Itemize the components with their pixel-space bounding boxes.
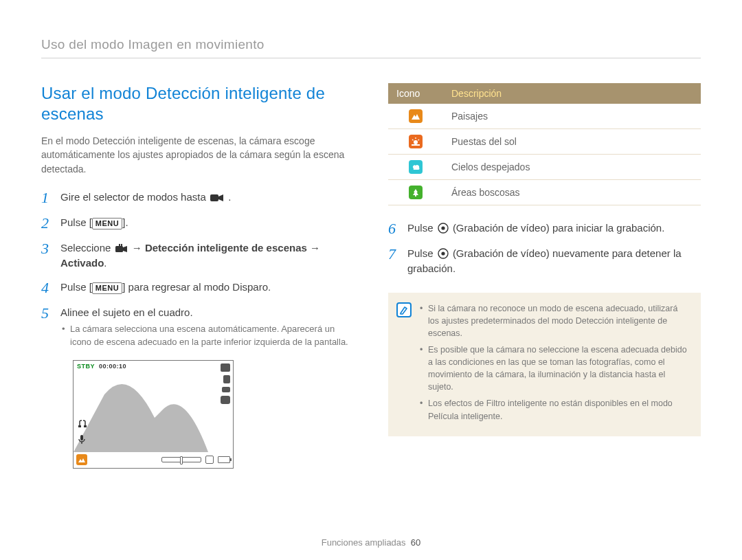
fps-icon: [223, 375, 230, 383]
table-row: Cielos despejados: [388, 155, 701, 180]
step-4-text-a: Pulse [: [60, 281, 92, 293]
mountains-graphic: [74, 370, 233, 452]
preview-status-cluster: [161, 456, 230, 464]
stabilizer-icon: [78, 418, 87, 428]
note-item: Si la cámara no reconoce un modo de esce…: [420, 302, 690, 339]
desc-cell: Puestas del sol: [443, 129, 701, 155]
desc-cell: Paisajes: [443, 104, 701, 129]
page-number: 60: [411, 537, 420, 548]
note-list: Si la cámara no reconoce un modo de esce…: [420, 302, 690, 427]
desc-cell: Cielos despejados: [443, 155, 701, 180]
svg-rect-1: [115, 246, 123, 252]
menu-key-icon: MENU: [92, 282, 122, 294]
zoom-bar: [161, 457, 201, 462]
sd-card-icon: [205, 456, 214, 464]
menu-key-icon: MENU: [92, 218, 122, 229]
video-mode-icon: [210, 193, 224, 203]
step-4: 4 Pulse [MENU] para regresar al modo Dis…: [41, 280, 354, 295]
record-button-icon: [438, 223, 449, 234]
note-box: Si la cámara no reconoce un modo de esce…: [388, 293, 701, 436]
chapter-header: Uso del modo Imagen en movimiento: [41, 37, 701, 58]
svg-point-8: [414, 140, 418, 144]
preview-topbar: STBY 00:00:10: [74, 361, 233, 370]
step-5-sub-bullets: La cámara selecciona una escena automáti…: [60, 323, 354, 349]
step-1-text-a: Gire el selector de modos hasta: [60, 191, 209, 203]
step-text: Pulse (Grabación de vídeo) nuevamente pa…: [407, 246, 701, 276]
steps-list: 1 Gire el selector de modos hasta . 2 Pu…: [41, 190, 354, 350]
step-number: 3: [41, 240, 54, 256]
preview-bottombar: [74, 452, 233, 468]
two-column-layout: Usar el modo Detección inteligente de es…: [41, 83, 701, 469]
svg-line-11: [418, 139, 420, 140]
right-column: Icono Descripción Paisajes: [388, 83, 701, 469]
step-7-text-a: Pulse: [407, 247, 436, 259]
svg-rect-2: [119, 244, 120, 246]
step-7: 7 Pulse (Grabación de vídeo) nuevamente …: [388, 246, 701, 276]
svg-rect-0: [210, 194, 218, 201]
step-7-text-b: (Grabación de vídeo) nuevamente para det…: [407, 247, 682, 274]
left-column: Usar el modo Detección inteligente de es…: [41, 83, 354, 469]
step-2-text-b: ].: [122, 216, 128, 228]
stby-indicator: STBY: [77, 363, 95, 370]
film-settings-icon: [115, 244, 128, 254]
mic-icon: [78, 435, 86, 445]
footer-section-label: Funciones ampliadas: [322, 537, 406, 548]
step-number: 2: [41, 215, 54, 231]
manual-page: Uso del modo Imagen en movimiento Usar e…: [0, 0, 742, 469]
arrow-text: →: [307, 242, 320, 254]
scene-landscape-badge: [76, 454, 87, 465]
page-footer: Funciones ampliadas 60: [0, 537, 742, 548]
scene-icon-table: Icono Descripción Paisajes: [388, 83, 701, 205]
preview-right-icons: [221, 363, 230, 404]
table-row: Paisajes: [388, 104, 701, 129]
quality-icon: [221, 363, 230, 372]
svg-point-17: [441, 251, 445, 255]
preview-left-icons: [76, 418, 89, 445]
table-header-desc: Descripción: [443, 83, 701, 104]
step-5: 5 Alinee el sujeto en el cuadro. La cáma…: [41, 305, 354, 350]
icon-cell: [388, 129, 443, 155]
camera-preview-illustration: STBY 00:00:10: [73, 360, 234, 469]
step-text: Seleccione → Detección inteligente de es…: [60, 240, 354, 271]
step-text: Pulse (Grabación de vídeo) para iniciar …: [407, 221, 701, 236]
svg-rect-4: [78, 425, 81, 427]
step-1-text-b: .: [228, 191, 231, 203]
step-3-text-end: .: [104, 257, 106, 269]
table-row: Puestas del sol: [388, 129, 701, 155]
desc-cell: Áreas boscosas: [443, 180, 701, 205]
table-header-icon: Icono: [388, 83, 443, 104]
clear-sky-icon: [409, 160, 423, 174]
icon-cell: [388, 104, 443, 129]
svg-rect-6: [80, 435, 83, 440]
step-6: 6 Pulse (Grabación de vídeo) para inicia…: [388, 221, 701, 236]
section-title: Usar el modo Detección inteligente de es…: [41, 83, 354, 124]
wind-cut-icon: [222, 387, 230, 392]
note-item: Los efectos de Filtro inteligente no est…: [420, 397, 690, 422]
svg-point-15: [441, 226, 445, 229]
step-number: 4: [41, 280, 54, 295]
step-5-text: Alinee el sujeto en el cuadro.: [60, 306, 193, 318]
svg-rect-5: [84, 425, 87, 427]
forest-icon: [409, 186, 423, 199]
camera-icon: [221, 396, 230, 404]
step-3: 3 Seleccione → Detección inteligente de …: [41, 240, 354, 271]
svg-line-10: [412, 139, 414, 140]
step-2-text-a: Pulse [: [60, 216, 92, 228]
sunset-icon: [409, 135, 423, 148]
arrow-text: →: [132, 242, 145, 254]
icon-cell: [388, 155, 443, 180]
icon-cell: [388, 180, 443, 205]
table-row: Áreas boscosas: [388, 180, 701, 205]
step-number: 1: [41, 190, 54, 205]
step-6-text-a: Pulse: [407, 222, 436, 234]
step-1: 1 Gire el selector de modos hasta .: [41, 190, 354, 205]
step-text: Alinee el sujeto en el cuadro. La cámara…: [60, 305, 354, 350]
step-text: Pulse [MENU].: [60, 215, 354, 230]
step-text: Gire el selector de modos hasta .: [60, 190, 354, 205]
record-button-icon: [438, 248, 449, 259]
intro-paragraph: En el modo Detección inteligente de esce…: [41, 134, 354, 176]
sub-bullet: La cámara selecciona una escena automáti…: [60, 323, 354, 349]
note-item: Es posible que la cámara no seleccione l…: [420, 344, 690, 394]
step-3-bold-2: Activado: [60, 257, 104, 269]
svg-rect-13: [415, 195, 416, 197]
